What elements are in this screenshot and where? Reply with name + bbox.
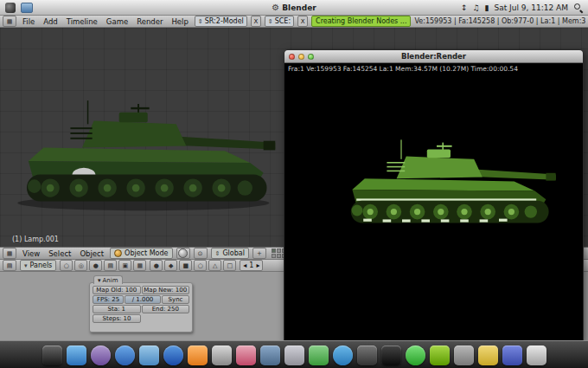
- screen-unlink-button[interactable]: X: [251, 16, 261, 27]
- render-window-titlebar[interactable]: Blender:Render: [284, 50, 583, 63]
- volume-icon[interactable]: ♫: [472, 3, 479, 12]
- sync-toggle[interactable]: Sync: [162, 295, 189, 304]
- dock-icon-browser[interactable]: [115, 345, 135, 365]
- script-icon[interactable]: ◎: [74, 260, 87, 271]
- map-new-field[interactable]: Map New: 100: [142, 286, 190, 294]
- dock-icon-camera[interactable]: [212, 345, 232, 365]
- app-menu-gear-icon[interactable]: ⚙: [272, 3, 279, 12]
- menu-view[interactable]: View: [20, 249, 42, 258]
- search-icon[interactable]: [573, 3, 583, 12]
- dropdown-arrows-icon: ⇕: [198, 18, 203, 25]
- radiosity-icon[interactable]: ○: [194, 260, 207, 271]
- panels-menu[interactable]: ▾ Panels: [20, 260, 56, 271]
- layer-toggle[interactable]: [272, 249, 276, 253]
- draw-mode-icon[interactable]: [176, 248, 190, 259]
- app-title-label: Blender: [282, 3, 316, 12]
- dock-icon-terminal[interactable]: [42, 345, 62, 365]
- end-frame-field[interactable]: End: 250: [142, 305, 190, 313]
- material-icon[interactable]: ◆: [164, 260, 177, 271]
- dock-icon-notes[interactable]: [478, 345, 498, 365]
- object-icon[interactable]: ▤: [104, 260, 117, 271]
- menu-select[interactable]: Select: [46, 249, 74, 258]
- distro-menu-icon[interactable]: [5, 3, 16, 13]
- places-menu-icon[interactable]: [21, 3, 33, 13]
- layer-toggle[interactable]: [272, 254, 276, 258]
- logic-icon[interactable]: ○: [60, 260, 73, 271]
- status-message: Creating Blender Nodes ...: [311, 16, 411, 27]
- fps-field[interactable]: FPS: 25: [93, 295, 124, 304]
- network-icon[interactable]: ↕: [461, 3, 468, 12]
- render-stats: Fra:1 Ve:159953 Fa:145254 La:1 Mem:34.57…: [284, 63, 583, 74]
- render-result-area: Fra:1 Ve:159953 Fa:145254 La:1 Mem:34.57…: [284, 63, 583, 341]
- dock-icon-system-monitor[interactable]: [357, 345, 377, 365]
- frame-stepper[interactable]: ◂ 1 ▸: [240, 260, 263, 271]
- dock-icon-text-editor[interactable]: [309, 345, 329, 365]
- fps-divisor-field[interactable]: / 1.000: [125, 295, 161, 304]
- mode-selector[interactable]: Object Mode: [110, 248, 172, 259]
- menu-game[interactable]: Game: [104, 17, 131, 26]
- battery-icon[interactable]: ▮: [485, 3, 489, 12]
- scene-selector[interactable]: ⇕ SCE:: [265, 16, 294, 27]
- editing-icon[interactable]: ▣: [118, 260, 131, 271]
- frame-increment-icon[interactable]: ▸: [256, 261, 259, 269]
- editor-type-icon[interactable]: ▦: [3, 248, 16, 259]
- render-window[interactable]: Blender:Render Fra:1 Ve:159953 Fa:145254…: [284, 49, 584, 342]
- object-mode-icon: [114, 249, 122, 257]
- dock-icon-photos[interactable]: [236, 345, 256, 365]
- menu-object[interactable]: Object: [77, 249, 106, 258]
- solid-shading-icon: [178, 249, 188, 258]
- minimize-button[interactable]: [298, 54, 304, 60]
- lamp-icon[interactable]: ●: [150, 260, 163, 271]
- dock-icon-network[interactable]: [333, 345, 353, 365]
- render-window-title: Blender:Render: [284, 52, 583, 61]
- frame-decrement-icon[interactable]: ◂: [243, 261, 246, 269]
- dock-icon-trash[interactable]: [527, 345, 546, 365]
- texture-icon[interactable]: ■: [179, 260, 192, 271]
- scene-unlink-button[interactable]: X: [297, 16, 308, 27]
- dock-icon-display[interactable]: [381, 345, 401, 365]
- pivot-icon[interactable]: ⊙: [194, 248, 208, 259]
- anim-panel-tab[interactable]: ▾ Anim: [93, 275, 123, 284]
- dock-icon-documents[interactable]: [260, 345, 280, 365]
- dock-icon-settings[interactable]: [454, 345, 474, 365]
- window-type-icon[interactable]: ▦: [3, 16, 16, 27]
- menu-file[interactable]: File: [20, 17, 37, 26]
- dock-icon-app[interactable]: [502, 345, 522, 365]
- active-object-label: (1) Lamp.001: [12, 236, 59, 243]
- dock-icon-nvidia-settings[interactable]: [430, 345, 450, 365]
- dock-icon-music[interactable]: [163, 345, 183, 365]
- maximize-button[interactable]: [308, 54, 314, 60]
- dropdown-arrows-icon: ⇕: [268, 18, 273, 25]
- menubar-clock[interactable]: Sat Jul 9, 11:12 AM: [494, 3, 568, 12]
- menu-help[interactable]: Help: [169, 17, 190, 26]
- map-old-field[interactable]: Map Old: 100: [93, 286, 141, 294]
- start-frame-field[interactable]: Sta: 1: [93, 305, 141, 313]
- dock-icon-package[interactable]: [91, 345, 111, 365]
- menu-add[interactable]: Add: [41, 17, 60, 26]
- tank-model[interactable]: [0, 94, 282, 229]
- dock-icon-files[interactable]: [67, 345, 86, 365]
- transform-orientation-selector[interactable]: ⇕ Global: [211, 248, 249, 259]
- shading-icon[interactable]: ●: [89, 260, 102, 271]
- world-icon[interactable]: △: [208, 260, 221, 271]
- editor-type-icon[interactable]: ▤: [3, 260, 16, 271]
- blender-main-header: ▦ File Add Timeline Game Render Help ⇕ S…: [0, 16, 588, 28]
- dock-icon-keychain[interactable]: [284, 345, 304, 365]
- layer-toggle[interactable]: [277, 254, 281, 258]
- screen-selector[interactable]: ⇕ SR:2-Model: [195, 16, 247, 27]
- orientation-value: Global: [222, 249, 245, 257]
- manipulator-icon[interactable]: +: [252, 248, 266, 259]
- steps-field[interactable]: Steps: 10: [93, 314, 141, 323]
- screen-selector-value: SR:2-Model: [205, 17, 244, 25]
- scene-icon[interactable]: ▦: [133, 260, 146, 271]
- dock-icon-mail[interactable]: [139, 345, 159, 365]
- render-buttons-icon[interactable]: □: [223, 260, 236, 271]
- dock-icon-vlc[interactable]: [188, 345, 208, 365]
- close-button[interactable]: [289, 54, 295, 60]
- panels-menu-label: Panels: [30, 261, 53, 269]
- menu-timeline[interactable]: Timeline: [64, 17, 100, 26]
- dock-icon-chat[interactable]: [406, 345, 425, 365]
- layer-toggle[interactable]: [277, 249, 281, 253]
- frame-value: 1: [249, 261, 253, 269]
- menu-render[interactable]: Render: [134, 17, 165, 26]
